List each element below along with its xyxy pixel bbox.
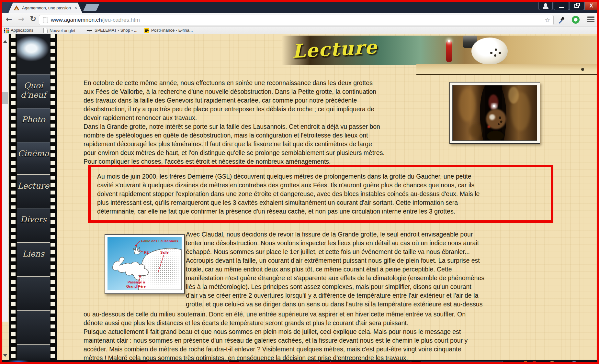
sidebar-item-lecture[interactable]: Lecture: [17, 174, 50, 208]
postfinance-icon: [144, 28, 149, 33]
screenshot-canvas: Agamemnon, une passion × X ← → ↻ www.aga…: [0, 0, 599, 364]
article-paragraph-2a: Avec Claudal, nous décidons de revoir la…: [186, 230, 484, 309]
user-icon: [544, 3, 547, 6]
url-host: www.agamemnon.ch: [51, 17, 102, 23]
sidebar-item-quoi-dneuf[interactable]: Quoi d'neuf: [17, 74, 50, 108]
bookmark-postfinance[interactable]: PostFinance - E-fina...: [144, 28, 193, 33]
sidebar-item-cinema[interactable]: Cinéma: [17, 142, 50, 175]
eyedropper-extension-icon[interactable]: [558, 16, 565, 24]
bookmark-spelemat[interactable]: SPELEMAT - Shop - ...: [86, 28, 137, 33]
taskbar-button[interactable]: [239, 361, 320, 364]
sidebar-cave-photo: [17, 34, 50, 74]
url-text[interactable]: www.agamemnon.ch/jeu-cadres.htm: [51, 17, 140, 23]
helmet-vent: [495, 49, 497, 51]
header-banner: Lecture: [282, 36, 597, 65]
map-label-salle: Salle: [160, 250, 169, 254]
url-path: /jeu-cadres.htm: [102, 17, 140, 23]
bookmark-applications[interactable]: Applications: [4, 28, 33, 33]
headlamp-glow: [448, 40, 450, 42]
film-perforations-right: [51, 34, 55, 360]
forward-button[interactable]: →: [18, 16, 24, 23]
close-icon: X: [590, 3, 593, 8]
film-perforations-left: [11, 34, 16, 360]
sidebar-item-label: Lecture: [17, 175, 50, 191]
sidebar-filmstrip: Quoi d'neuf Photo Cinéma Lecture Divers …: [9, 34, 57, 360]
helmet-vent: [490, 52, 492, 54]
bookmark-label: Applications: [11, 28, 33, 33]
scrollbar-thumb[interactable]: [2, 92, 8, 104]
browser-tab[interactable]: Agamemnon, une passion ×: [8, 3, 82, 13]
apps-grid-icon: [4, 28, 9, 33]
tab-title: Agamemnon, une passion: [22, 6, 74, 10]
sidebar-item-liens[interactable]: Liens: [17, 242, 50, 277]
map-label-faille: Faille des Lausannois: [141, 239, 178, 243]
map-label-r2: R2: [144, 250, 149, 254]
bookmark-label: SPELEMAT - Shop - ...: [95, 28, 137, 33]
tray-icon[interactable]: [533, 361, 536, 364]
sidebar-empty-cell: [17, 344, 50, 361]
banner-title: Lecture: [291, 36, 378, 62]
page-icon: [43, 28, 48, 33]
bookmark-label: PostFinance - E-fina...: [151, 28, 193, 33]
tray-icon[interactable]: [524, 361, 527, 364]
sidebar-item-divers[interactable]: Divers: [17, 208, 50, 243]
address-bar[interactable]: www.agamemnon.ch/jeu-cadres.htm ☆: [39, 15, 554, 25]
tray-icon[interactable]: [550, 361, 554, 364]
minimize-button[interactable]: [554, 1, 569, 10]
helmet-vent: [499, 52, 501, 54]
reload-button[interactable]: ↻: [30, 15, 36, 23]
bookmark-label: Nouvel onglet: [50, 28, 75, 33]
highlighted-paragraph: Au mois de juin 2000, les frères Demierr…: [91, 167, 551, 216]
map-label-passage-2: Grand-Père: [126, 284, 146, 288]
rivet-dot: [581, 68, 584, 71]
taskbar-button[interactable]: [147, 361, 229, 364]
sidebar-item-label: Liens: [17, 243, 50, 259]
page-icon: [43, 17, 48, 23]
bookmark-nouvel-onglet[interactable]: Nouvel onglet: [43, 28, 75, 33]
banner-bottom-edge: [416, 64, 597, 75]
map-label-passage-1: Passage à: [128, 280, 145, 284]
green-extension-icon[interactable]: [572, 16, 580, 24]
minimize-icon: [559, 7, 564, 8]
start-button[interactable]: [7, 361, 30, 364]
sidebar-item-label: Divers: [17, 208, 50, 224]
maximize-icon: [574, 4, 579, 8]
scroll-up-icon[interactable]: [3, 40, 7, 43]
bookmark-star-icon[interactable]: ☆: [545, 17, 550, 24]
taskbar-button[interactable]: [421, 361, 503, 364]
cave-map-frame: Faille des Lausannois R2 Salle Passage à…: [105, 234, 185, 294]
sidebar-empty-cell: [17, 276, 50, 311]
maximize-button[interactable]: [569, 1, 584, 10]
article-paragraph-2b: ou au-dessous de celle du milieu souterr…: [84, 310, 468, 362]
back-button[interactable]: ←: [6, 16, 12, 23]
taskbar-button-active[interactable]: [330, 361, 412, 364]
close-window-button[interactable]: X: [584, 1, 598, 10]
profile-button[interactable]: [538, 1, 553, 10]
caving-helmet: [471, 38, 508, 65]
tab-close-icon[interactable]: ×: [74, 5, 77, 10]
page-content: Quoi d'neuf Photo Cinéma Lecture Divers …: [2, 34, 597, 360]
article-paragraph-1: En octobre de cette même année, nous eff…: [84, 79, 385, 166]
bat-icon: [86, 28, 93, 32]
sidebar-item-photo[interactable]: Photo: [17, 108, 50, 142]
cave-map-image: Faille des Lausannois R2 Salle Passage à…: [107, 237, 182, 290]
site-favicon-icon: [14, 6, 19, 10]
sidebar-item-label: Photo: [17, 108, 50, 124]
menu-icon[interactable]: [587, 17, 594, 22]
sidebar-empty-cell: [17, 310, 50, 345]
highlighted-paragraph-box: Au mois de juin 2000, les frères Demierr…: [88, 165, 553, 223]
cave-photo-frame: [449, 82, 540, 144]
cave-fissure-photo: [452, 85, 537, 141]
caver-figure: [446, 41, 452, 62]
sidebar-item-label: Cinéma: [17, 142, 50, 158]
scrollbar[interactable]: [2, 34, 8, 322]
sidebar-item-label: Quoi d'neuf: [17, 74, 50, 100]
windows-taskbar: [0, 360, 599, 364]
tray-icon[interactable]: [572, 361, 576, 364]
scroll-down-icon[interactable]: [3, 354, 7, 357]
helmet-vent: [494, 54, 496, 57]
